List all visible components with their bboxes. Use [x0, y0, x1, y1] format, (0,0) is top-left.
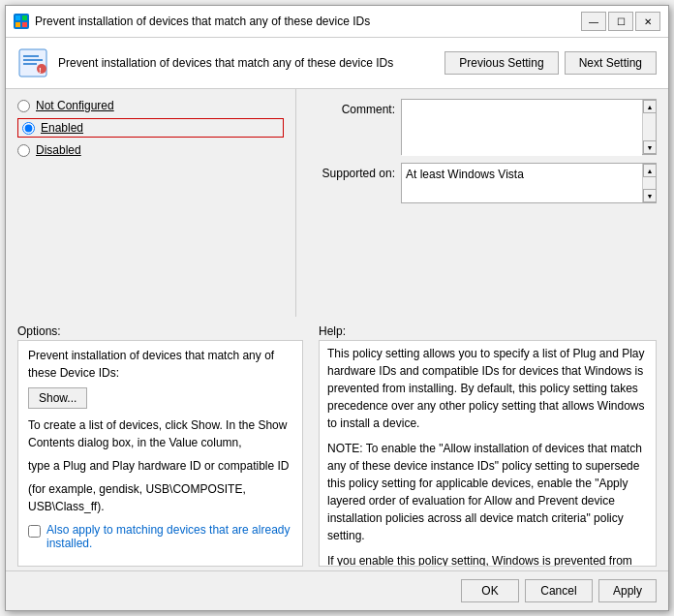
svg-rect-3	[22, 22, 27, 27]
supported-scrollbar-down[interactable]: ▼	[643, 189, 657, 202]
supported-value: At least Windows Vista	[402, 164, 642, 202]
also-apply-checkbox[interactable]	[28, 525, 41, 538]
header-title: Prevent installation of devices that mat…	[58, 55, 435, 72]
bottom-bar: OK Cancel Apply	[6, 570, 668, 610]
comment-content: ▲ ▼	[401, 99, 657, 155]
comment-textarea[interactable]	[402, 100, 642, 156]
options-help-area: Prevent installation of devices that mat…	[6, 338, 668, 571]
help-para1: This policy setting allows you to specif…	[327, 345, 648, 432]
also-apply-row: Also apply to matching devices that are …	[28, 523, 292, 550]
options-header-label: Options:	[17, 324, 303, 338]
options-line1: Prevent installation of devices that mat…	[28, 347, 292, 382]
comment-scrollbar-down[interactable]: ▼	[643, 140, 657, 154]
dialog-window: Prevent installation of devices that mat…	[5, 5, 669, 611]
not-configured-option[interactable]: Not Configured	[17, 99, 284, 112]
options-line4: (for example, gendisk, USB\COMPOSITE, US…	[28, 480, 292, 515]
help-para3: If you enable this policy setting, Windo…	[327, 552, 648, 567]
svg-rect-5	[23, 55, 39, 57]
svg-text:!: !	[39, 66, 42, 75]
radio-group: Not Configured Enabled Disabled	[17, 99, 284, 157]
disabled-option[interactable]: Disabled	[17, 143, 284, 157]
window-controls: — ☐ ✕	[581, 12, 660, 31]
window-icon	[14, 14, 29, 29]
svg-rect-1	[22, 15, 27, 20]
cancel-button[interactable]: Cancel	[525, 579, 593, 602]
ok-button[interactable]: OK	[461, 579, 519, 602]
options-line3: type a Plug and Play hardware ID or comp…	[28, 457, 292, 475]
options-body: Prevent installation of devices that mat…	[18, 341, 302, 567]
next-setting-button[interactable]: Next Setting	[565, 51, 657, 75]
main-content: Not Configured Enabled Disabled Comment:	[6, 89, 668, 317]
not-configured-label: Not Configured	[36, 99, 114, 112]
help-section: This policy setting allows you to specif…	[319, 340, 657, 568]
svg-rect-0	[15, 15, 20, 20]
enabled-option[interactable]: Enabled	[17, 118, 284, 138]
supported-row: Supported on: At least Windows Vista ▲ ▼	[308, 163, 657, 203]
disabled-radio[interactable]	[17, 144, 30, 157]
options-line2: To create a list of devices, click Show.…	[28, 416, 292, 451]
apply-button[interactable]: Apply	[598, 579, 657, 602]
comment-row: Comment: ▲ ▼	[308, 99, 657, 155]
section-labels: Options: Help:	[6, 321, 668, 338]
comment-scrollbar-up[interactable]: ▲	[643, 100, 657, 113]
maximize-button[interactable]: ☐	[608, 12, 633, 31]
left-panel: Not Configured Enabled Disabled	[6, 89, 296, 317]
supported-label: Supported on:	[308, 163, 395, 180]
also-apply-label: Also apply to matching devices that are …	[46, 523, 292, 550]
svg-rect-2	[15, 22, 20, 27]
comment-label: Comment:	[308, 99, 395, 116]
close-button[interactable]: ✕	[635, 12, 660, 31]
help-para2: NOTE: To enable the "Allow installation …	[327, 440, 648, 544]
show-button[interactable]: Show...	[28, 387, 87, 409]
enabled-label: Enabled	[41, 121, 83, 135]
previous-setting-button[interactable]: Previous Setting	[444, 51, 558, 75]
window-title: Prevent installation of devices that mat…	[35, 15, 575, 28]
right-panel: Comment: ▲ ▼ Supported on:	[296, 89, 668, 317]
svg-rect-6	[23, 59, 43, 61]
not-configured-radio[interactable]	[17, 100, 30, 112]
policy-icon: !	[17, 47, 48, 78]
disabled-label: Disabled	[36, 143, 81, 157]
options-section: Prevent installation of devices that mat…	[17, 340, 303, 568]
svg-rect-7	[23, 63, 37, 65]
enabled-radio[interactable]	[22, 122, 35, 135]
header-section: ! Prevent installation of devices that m…	[6, 38, 668, 89]
header-buttons: Previous Setting Next Setting	[444, 51, 657, 75]
supported-scrollbar-up[interactable]: ▲	[643, 164, 657, 177]
supported-content: At least Windows Vista ▲ ▼	[401, 163, 657, 203]
help-header-label: Help:	[319, 324, 657, 338]
minimize-button[interactable]: —	[581, 12, 606, 31]
title-bar: Prevent installation of devices that mat…	[6, 6, 668, 38]
help-body: This policy setting allows you to specif…	[320, 341, 656, 567]
